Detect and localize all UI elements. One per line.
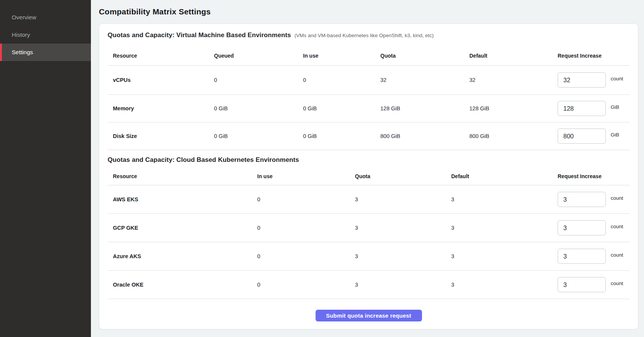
default-value: 3 [451, 225, 558, 231]
quota-value: 3 [355, 225, 451, 231]
default-value: 3 [451, 253, 558, 259]
quota-value: 128 GiB [380, 105, 469, 111]
quota-value: 32 [380, 77, 469, 83]
request-increase-input[interactable] [558, 101, 606, 116]
sidebar-item-overview[interactable]: Overview [0, 9, 91, 26]
col-default: Default [469, 53, 558, 59]
request-increase-input[interactable] [558, 220, 606, 235]
page-title: Compatibility Matrix Settings [99, 6, 638, 17]
quota-value: 3 [355, 282, 451, 288]
unit-label: count [611, 224, 623, 229]
in-use-value: 0 GiB [303, 133, 380, 139]
queued-value: 0 [214, 77, 303, 83]
col-queued: Queued [214, 53, 303, 59]
col-in-use: In use [303, 53, 380, 59]
cloud-section-title: Quotas and Capacity: Cloud Based Kuberne… [108, 156, 299, 164]
quota-value: 3 [355, 196, 451, 202]
col-quota: Quota [355, 173, 451, 179]
vm-section-header: Quotas and Capacity: Virtual Machine Bas… [108, 31, 630, 41]
table-row: GCP GKE 0 3 3 count [108, 214, 630, 242]
sidebar-item-label: Overview [12, 14, 36, 21]
request-increase-input[interactable] [558, 249, 606, 264]
active-indicator [0, 44, 2, 61]
sidebar-item-label: History [12, 31, 30, 38]
col-resource: Resource [113, 173, 257, 179]
in-use-value: 0 [257, 282, 355, 288]
unit-label: count [611, 281, 623, 286]
table-row: Azure AKS 0 3 3 count [108, 242, 630, 271]
sidebar: Overview History Settings [0, 0, 91, 337]
sidebar-item-history[interactable]: History [0, 26, 91, 44]
col-in-use: In use [257, 173, 355, 179]
queued-value: 0 GiB [214, 133, 303, 139]
unit-label: GiB [611, 104, 619, 110]
resource-name: Azure AKS [113, 253, 257, 259]
request-increase-input[interactable] [558, 72, 606, 88]
submit-quota-increase-button[interactable]: Submit quota increase request [316, 310, 422, 321]
unit-label: GiB [611, 132, 619, 138]
in-use-value: 0 [257, 225, 355, 231]
in-use-value: 0 [303, 77, 380, 83]
resource-name: AWS EKS [113, 196, 257, 202]
table-row: AWS EKS 0 3 3 count [108, 185, 630, 214]
request-increase-input[interactable] [558, 277, 606, 292]
unit-label: count [611, 195, 623, 201]
default-value: 3 [451, 196, 558, 202]
resource-name: GCP GKE [113, 225, 257, 231]
in-use-value: 0 [257, 253, 355, 259]
cloud-table-header: Resource In use Quota Default Request In… [108, 166, 630, 185]
col-default: Default [451, 173, 558, 179]
cloud-section-header: Quotas and Capacity: Cloud Based Kuberne… [108, 156, 630, 166]
table-row: Oracle OKE 0 3 3 count [108, 271, 630, 299]
vm-section-title: Quotas and Capacity: Virtual Machine Bas… [108, 31, 291, 39]
settings-card: Quotas and Capacity: Virtual Machine Bas… [99, 24, 638, 329]
unit-label: count [611, 76, 623, 82]
main-content: Compatibility Matrix Settings Quotas and… [91, 0, 644, 337]
sidebar-item-label: Settings [12, 49, 33, 56]
table-row: vCPUs 0 0 32 32 count [108, 66, 630, 95]
request-increase-input[interactable] [558, 192, 606, 207]
vm-section-subtitle: (VMs and VM-based Kubernetes like OpenSh… [294, 33, 434, 38]
submit-row: Submit quota increase request [108, 310, 630, 321]
request-increase-input[interactable] [558, 129, 606, 144]
col-resource: Resource [113, 53, 214, 59]
quota-value: 800 GiB [380, 133, 469, 139]
resource-name: vCPUs [113, 77, 214, 83]
queued-value: 0 GiB [214, 105, 303, 111]
default-value: 800 GiB [469, 133, 558, 139]
resource-name: Oracle OKE [113, 282, 257, 288]
in-use-value: 0 GiB [303, 105, 380, 111]
col-request-increase: Request Increase [558, 53, 630, 59]
app-window: Overview History Settings Compatibility … [0, 0, 644, 337]
table-row: Disk Size 0 GiB 0 GiB 800 GiB 800 GiB Gi… [108, 122, 630, 150]
col-request-increase: Request Increase [558, 173, 630, 179]
default-value: 32 [469, 77, 558, 83]
sidebar-item-settings[interactable]: Settings [0, 44, 91, 61]
default-value: 128 GiB [469, 105, 558, 111]
quota-value: 3 [355, 253, 451, 259]
table-row: Memory 0 GiB 0 GiB 128 GiB 128 GiB GiB [108, 95, 630, 122]
resource-name: Memory [113, 105, 214, 111]
resource-name: Disk Size [113, 133, 214, 139]
unit-label: count [611, 252, 623, 258]
in-use-value: 0 [257, 196, 355, 202]
col-quota: Quota [380, 53, 469, 59]
vm-table-header: Resource Queued In use Quota Default Req… [108, 41, 630, 66]
default-value: 3 [451, 282, 558, 288]
